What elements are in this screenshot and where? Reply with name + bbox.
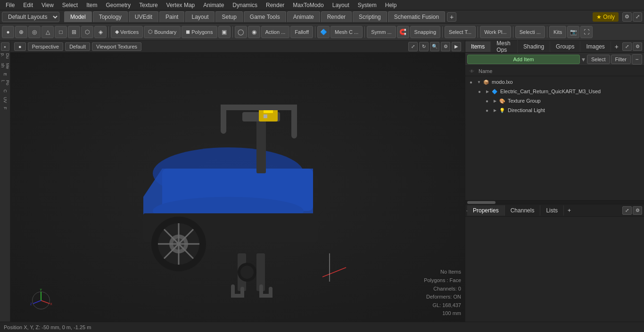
item-eye-directional-light[interactable]: ● — [482, 105, 492, 115]
items-maximize-btn[interactable]: ⤢ — [622, 42, 632, 51]
layout-settings-button[interactable]: ⚙ — [622, 12, 632, 22]
left-label-mesh[interactable]: Mesh — [0, 61, 10, 71]
tab-groups[interactable]: Groups — [550, 41, 580, 52]
tab-animate[interactable]: Animate — [287, 11, 320, 22]
snapping-button[interactable]: Snapping — [410, 26, 441, 38]
star-only-button[interactable]: ★ Only — [593, 12, 619, 22]
props-tab-plus[interactable]: + — [564, 205, 575, 216]
tool-select[interactable]: ◈ — [94, 26, 107, 38]
vp-ctrl-frame[interactable]: ⤢ — [408, 42, 418, 51]
camera-icon[interactable]: 📷 — [567, 26, 579, 38]
menu-texture[interactable]: Texture — [135, 1, 161, 9]
action-button[interactable]: Action ... — [261, 26, 290, 38]
menu-render[interactable]: Render — [262, 1, 288, 9]
menu-maxtomode[interactable]: MaxToModo — [289, 1, 327, 9]
menu-vertex-map[interactable]: Vertex Map — [163, 1, 199, 9]
vp-ctrl-rotate[interactable]: ↻ — [419, 42, 429, 51]
viewport-display[interactable]: Viewport Textures — [92, 42, 141, 51]
layout-add-button[interactable]: + — [447, 12, 456, 22]
viewport-shading[interactable]: Default — [65, 42, 90, 51]
items-settings-btn[interactable]: ⚙ — [633, 42, 642, 51]
fullscreen-icon[interactable]: ⛶ — [580, 26, 593, 38]
select-button[interactable]: Select — [587, 55, 610, 64]
tab-images[interactable]: Images — [580, 41, 611, 52]
vp-ctrl-expand[interactable]: ▶ — [452, 42, 461, 51]
menu-select[interactable]: Select — [58, 1, 82, 9]
left-label-f[interactable]: F — [3, 105, 8, 112]
item-row-texture-group[interactable]: ● ▶ 🎨 Texture Group — [465, 96, 644, 105]
left-label-c[interactable]: C — [3, 88, 8, 95]
items-minus-button[interactable]: − — [632, 54, 642, 65]
item-row-directional-light[interactable]: ● ▶ 💡 Directional Light — [465, 105, 644, 115]
mesh-icon[interactable]: 🔷 — [317, 26, 330, 38]
props-settings-btn[interactable]: ⚙ — [633, 206, 642, 215]
viewport-dot[interactable]: ● — [14, 42, 26, 51]
vis-icon-1[interactable]: ◯ — [235, 26, 247, 38]
item-expand-directional-light[interactable]: ▶ — [492, 107, 498, 113]
left-label-e[interactable]: E — [3, 71, 8, 78]
boundary-button[interactable]: ⬡ Boundary — [144, 26, 181, 38]
mesh-button[interactable]: Mesh C ... — [330, 26, 363, 38]
vertices-button[interactable]: ◆ Vertices — [111, 26, 143, 38]
items-scrollbar[interactable] — [465, 200, 644, 204]
vp-ctrl-zoom[interactable]: 🔍 — [430, 42, 439, 51]
item-row-electric-cart[interactable]: ● ▶ 🔷 Electric_Cart_Return_QuicKART_M3_U… — [465, 87, 644, 96]
item-expand-electric-cart[interactable]: ▶ — [484, 88, 491, 95]
menu-geometry[interactable]: Geometry — [102, 1, 135, 9]
items-tab-plus[interactable]: + — [611, 41, 622, 52]
props-maximize-btn[interactable]: ⤢ — [622, 206, 632, 215]
left-tool-1[interactable]: ● — [1, 42, 9, 51]
menu-layout[interactable]: Layout — [329, 1, 353, 9]
tool-triangle[interactable]: △ — [41, 26, 54, 38]
viewport[interactable]: ● Perspective Default Viewport Textures … — [10, 40, 465, 322]
vp-ctrl-settings[interactable]: ⚙ — [441, 42, 450, 51]
scene-canvas[interactable]: No Items Polygons : Face Channels: 0 Def… — [10, 53, 465, 322]
select-tool-button[interactable]: Select T... — [445, 26, 476, 38]
tab-game-tools[interactable]: Game Tools — [244, 11, 286, 22]
item-row-modo-lxo[interactable]: ● ▼ 📦 modo.lxo — [465, 77, 644, 87]
menu-animate[interactable]: Animate — [199, 1, 228, 9]
item-expand-texture-group[interactable]: ▶ — [492, 97, 498, 104]
tool-hex[interactable]: ⬡ — [81, 26, 93, 38]
menu-help[interactable]: Help — [381, 1, 401, 9]
layout-dropdown[interactable]: Default Layouts — [2, 12, 59, 22]
menu-item[interactable]: Item — [83, 1, 101, 9]
tab-channels[interactable]: Channels — [505, 205, 541, 216]
item-eye-electric-cart[interactable]: ● — [475, 87, 484, 96]
tab-setup[interactable]: Setup — [215, 11, 242, 22]
tab-properties[interactable]: Properties — [467, 205, 505, 216]
polygons-button[interactable]: ◼ Polygons — [182, 26, 217, 38]
tab-scripting[interactable]: Scripting — [353, 11, 387, 22]
menu-file[interactable]: File — [2, 1, 18, 9]
left-label-dup[interactable]: Dup. — [0, 51, 10, 61]
tab-schematic-fusion[interactable]: Schematic Fusion — [388, 11, 445, 22]
viewport-camera[interactable]: Perspective — [28, 42, 63, 51]
item-eye-texture-group[interactable]: ● — [482, 96, 492, 105]
filter-button[interactable]: Filter — [611, 55, 631, 64]
menu-edit[interactable]: Edit — [19, 1, 37, 9]
tab-paint[interactable]: Paint — [159, 11, 184, 22]
kits-button[interactable]: Kits — [549, 26, 566, 38]
add-item-button[interactable]: Add Item — [467, 55, 580, 64]
tool-dot[interactable]: ● — [2, 26, 14, 38]
tab-topology[interactable]: Topology — [93, 11, 128, 22]
add-item-chevron[interactable]: ▾ — [581, 56, 586, 63]
item-collapse-modo-lxo[interactable]: ▼ — [476, 79, 482, 85]
selecti-button[interactable]: Selecti ... — [515, 26, 545, 38]
items-list[interactable]: ● ▼ 📦 modo.lxo ● ▶ 🔷 Electric_Cart_Retur… — [465, 76, 644, 200]
tab-lists[interactable]: Lists — [540, 205, 564, 216]
menu-system[interactable]: System — [354, 1, 380, 9]
tab-items[interactable]: Items — [465, 41, 491, 52]
snapping-icon[interactable]: 🧲 — [397, 26, 409, 38]
tool-square[interactable]: □ — [55, 26, 67, 38]
layout-expand-button[interactable]: ⤢ — [633, 12, 642, 22]
tab-shading[interactable]: Shading — [518, 41, 550, 52]
tab-uvedit[interactable]: UVEdit — [129, 11, 158, 22]
left-label-pol[interactable]: Pol. — [0, 78, 10, 87]
tool-target[interactable]: ◎ — [28, 26, 41, 38]
left-label-uv[interactable]: UV — [3, 95, 8, 105]
tab-layout[interactable]: Layout — [185, 11, 215, 22]
tool-grid[interactable]: ⊞ — [68, 26, 80, 38]
tab-model[interactable]: Model — [64, 11, 92, 22]
work-plane-button[interactable]: Work Pl... — [480, 26, 511, 38]
